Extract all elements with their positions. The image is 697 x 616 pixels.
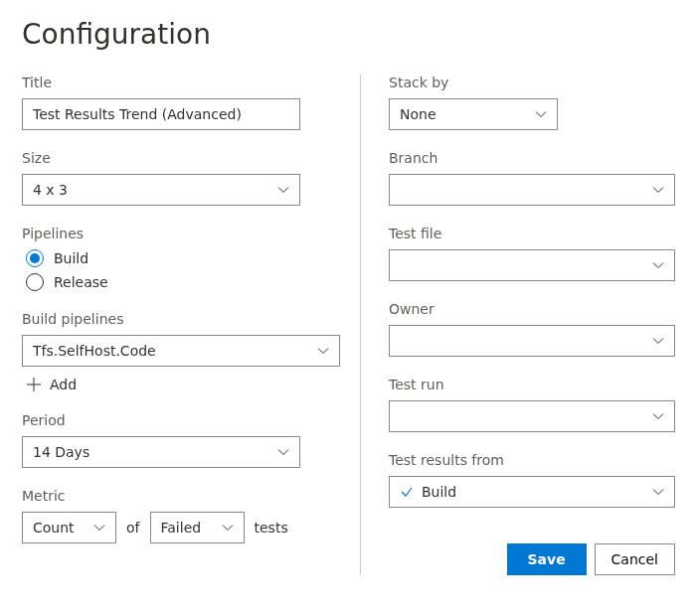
- owner-label: Owner: [389, 301, 675, 317]
- metric-of-text: of: [126, 520, 140, 536]
- owner-select[interactable]: [389, 325, 675, 357]
- chevron-down-icon: [535, 108, 547, 120]
- metric-status-value: Failed: [161, 520, 202, 536]
- results-from-label: Test results from: [389, 452, 675, 468]
- chevron-down-icon: [652, 335, 664, 347]
- radio-icon: [26, 249, 44, 267]
- chevron-down-icon: [277, 184, 289, 196]
- period-label: Period: [22, 412, 332, 428]
- chevron-down-icon: [652, 184, 664, 196]
- chevron-down-icon: [277, 446, 289, 458]
- chevron-down-icon: [317, 345, 329, 357]
- period-value: 14 Days: [33, 444, 89, 460]
- test-file-select[interactable]: [389, 249, 675, 281]
- check-icon: [400, 485, 414, 499]
- metric-label: Metric: [22, 488, 332, 504]
- test-run-label: Test run: [389, 377, 675, 392]
- stack-by-value: None: [400, 106, 436, 122]
- radio-label-build: Build: [54, 250, 88, 266]
- stack-by-label: Stack by: [389, 75, 675, 90]
- pipelines-radio-release[interactable]: Release: [22, 273, 332, 291]
- plus-icon: [26, 377, 42, 392]
- page-title: Configuration: [22, 18, 675, 51]
- results-from-value: Build: [422, 484, 456, 500]
- metric-count-select[interactable]: Count: [22, 512, 116, 543]
- metric-tests-text: tests: [255, 520, 288, 536]
- metric-count-value: Count: [33, 520, 75, 536]
- size-value: 4 x 3: [33, 182, 68, 198]
- title-input[interactable]: [22, 98, 300, 130]
- chevron-down-icon: [652, 410, 664, 422]
- pipelines-radio-build[interactable]: Build: [22, 249, 332, 267]
- size-select[interactable]: 4 x 3: [22, 174, 300, 206]
- test-file-label: Test file: [389, 226, 675, 241]
- build-pipelines-label: Build pipelines: [22, 311, 332, 327]
- pipelines-label: Pipelines: [22, 226, 332, 241]
- test-run-select[interactable]: [389, 400, 675, 432]
- chevron-down-icon: [222, 522, 234, 534]
- results-from-select[interactable]: Build: [389, 476, 675, 508]
- chevron-down-icon: [652, 259, 664, 271]
- metric-status-select[interactable]: Failed: [150, 512, 245, 543]
- size-label: Size: [22, 150, 332, 166]
- title-label: Title: [22, 75, 332, 90]
- add-pipeline-button[interactable]: Add: [22, 377, 332, 392]
- radio-icon: [26, 273, 44, 291]
- chevron-down-icon: [652, 486, 664, 498]
- radio-label-release: Release: [54, 274, 108, 290]
- chevron-down-icon: [93, 522, 105, 534]
- period-select[interactable]: 14 Days: [22, 436, 300, 468]
- build-pipelines-value: Tfs.SelfHost.Code: [33, 343, 156, 359]
- branch-label: Branch: [389, 150, 675, 166]
- add-label: Add: [50, 377, 77, 392]
- build-pipelines-select[interactable]: Tfs.SelfHost.Code: [22, 335, 340, 367]
- cancel-button[interactable]: Cancel: [595, 543, 675, 575]
- stack-by-select[interactable]: None: [389, 98, 558, 130]
- save-button[interactable]: Save: [507, 543, 587, 575]
- branch-select[interactable]: [389, 174, 675, 206]
